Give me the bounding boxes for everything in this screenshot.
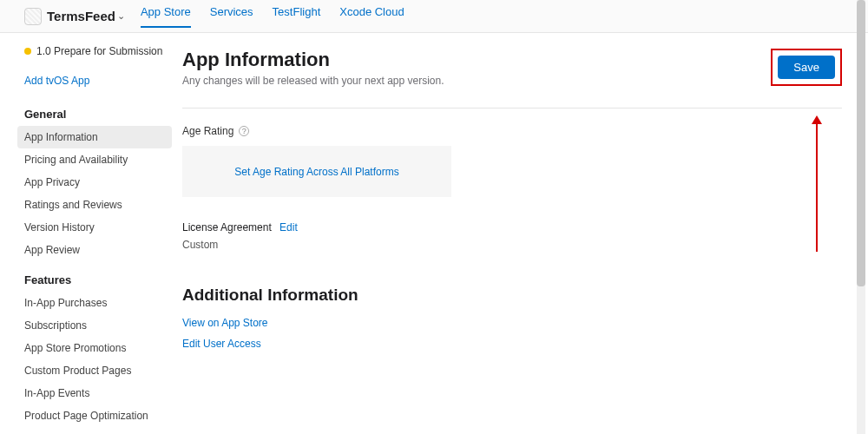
top-bar: TermsFeed ⌄ App Store Services TestFligh… bbox=[0, 0, 868, 33]
page-title: App Information bbox=[182, 49, 444, 71]
age-rating-label: Age Rating ? bbox=[182, 125, 249, 137]
app-name[interactable]: TermsFeed bbox=[47, 9, 115, 23]
nav-subscriptions[interactable]: Subscriptions bbox=[17, 314, 172, 337]
chevron-down-icon[interactable]: ⌄ bbox=[117, 10, 125, 22]
scrollbar-thumb[interactable] bbox=[857, 0, 865, 286]
sidebar: 1.0 Prepare for Submission Add tvOS App … bbox=[0, 33, 182, 434]
nav-version-history[interactable]: Version History bbox=[17, 216, 172, 239]
page-subtitle: Any changes will be released with your n… bbox=[182, 75, 444, 87]
help-icon[interactable]: ? bbox=[239, 126, 249, 136]
nav-app-information[interactable]: App Information bbox=[17, 126, 172, 148]
view-on-app-store-link[interactable]: View on App Store bbox=[182, 317, 842, 329]
scrollbar-track[interactable] bbox=[857, 0, 865, 434]
tab-xcode-cloud[interactable]: Xcode Cloud bbox=[339, 5, 404, 28]
set-age-rating-link[interactable]: Set Age Rating Across All Platforms bbox=[234, 166, 398, 178]
tab-app-store[interactable]: App Store bbox=[141, 5, 191, 28]
license-value: Custom bbox=[182, 239, 842, 251]
nav-ratings[interactable]: Ratings and Reviews bbox=[17, 194, 172, 216]
nav-pricing[interactable]: Pricing and Availability bbox=[17, 148, 172, 171]
age-rating-box: Set Age Rating Across All Platforms bbox=[182, 146, 451, 197]
add-tvos-link[interactable]: Add tvOS App bbox=[24, 75, 172, 87]
save-highlight: Save bbox=[771, 49, 842, 86]
license-label: License Agreement bbox=[182, 221, 272, 233]
nav-iap[interactable]: In-App Purchases bbox=[17, 292, 172, 314]
edit-user-access-link[interactable]: Edit User Access bbox=[182, 338, 842, 350]
section-general: General bbox=[24, 108, 172, 121]
nav-promotions[interactable]: App Store Promotions bbox=[17, 337, 172, 359]
divider bbox=[182, 108, 842, 108]
license-row: License Agreement Edit bbox=[182, 221, 842, 233]
nav-app-review[interactable]: App Review bbox=[17, 239, 172, 261]
app-icon bbox=[24, 8, 42, 25]
save-button[interactable]: Save bbox=[778, 56, 835, 79]
nav-optimization[interactable]: Product Page Optimization bbox=[17, 404, 172, 427]
tab-testflight[interactable]: TestFlight bbox=[273, 5, 321, 28]
annotation-arrow-line bbox=[816, 122, 818, 252]
version-status[interactable]: 1.0 Prepare for Submission bbox=[24, 45, 172, 57]
nav-custom-pages[interactable]: Custom Product Pages bbox=[17, 359, 172, 382]
additional-info-title: Additional Information bbox=[182, 286, 842, 305]
main-tabs: App Store Services TestFlight Xcode Clou… bbox=[141, 5, 404, 28]
nav-events[interactable]: In-App Events bbox=[17, 382, 172, 404]
main-panel: App Information Any changes will be rele… bbox=[182, 33, 868, 434]
status-text: 1.0 Prepare for Submission bbox=[36, 45, 162, 57]
status-dot-icon bbox=[24, 48, 31, 55]
section-features: Features bbox=[24, 273, 172, 286]
license-edit-link[interactable]: Edit bbox=[279, 221, 298, 233]
annotation-arrow-icon bbox=[812, 115, 822, 124]
nav-privacy[interactable]: App Privacy bbox=[17, 171, 172, 194]
tab-services[interactable]: Services bbox=[210, 5, 253, 28]
